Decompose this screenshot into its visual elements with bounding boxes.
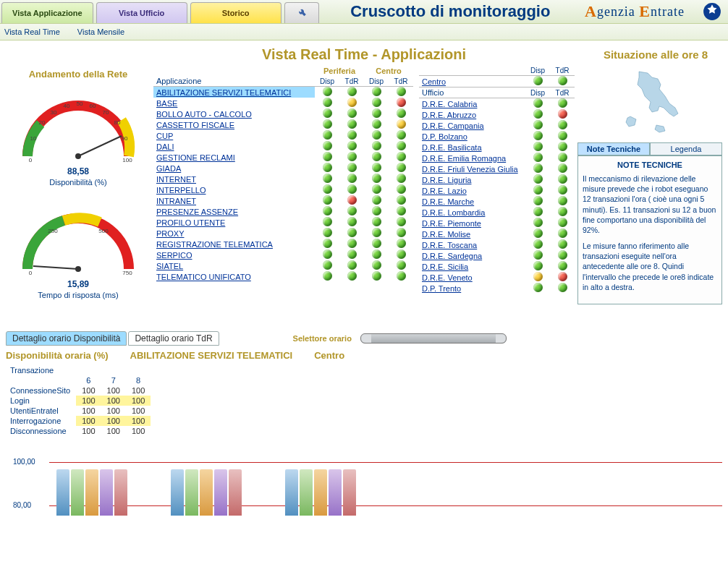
office-row[interactable]: D.R.E. Liguria bbox=[419, 174, 575, 185]
office-row[interactable]: D.R.E. Friuli Venezia Giulia bbox=[419, 163, 575, 174]
tab-storico[interactable]: Storico bbox=[190, 2, 282, 23]
office-link[interactable]: D.R.E. Veneto bbox=[422, 273, 473, 282]
office-link[interactable]: D.R.E. Calabria bbox=[422, 100, 477, 108]
tab-note-tecniche[interactable]: Note Tecniche bbox=[577, 142, 650, 155]
app-row[interactable]: GIADA bbox=[153, 163, 413, 174]
link-centro[interactable]: Centro bbox=[422, 77, 446, 86]
office-row[interactable]: D.R.E. Piemonte bbox=[419, 218, 575, 229]
app-link[interactable]: REGISTRAZIONE TELEMATICA bbox=[156, 240, 273, 249]
app-row[interactable]: BASE bbox=[153, 98, 413, 108]
office-row[interactable]: D.R.E. Sardegna bbox=[419, 250, 575, 261]
app-link[interactable]: INTRANET bbox=[156, 197, 196, 205]
office-link[interactable]: D.R.E. Basilicata bbox=[422, 143, 482, 152]
app-link[interactable]: ABILITAZIONE SERVIZI TELEMATICI bbox=[156, 88, 291, 97]
app-row[interactable]: SERPICO bbox=[153, 249, 413, 260]
app-link[interactable]: SERPICO bbox=[156, 251, 192, 260]
hourly-row: Disconnessione100100100 bbox=[6, 426, 151, 436]
status-dot bbox=[347, 271, 357, 281]
office-row[interactable]: D.R.E. Abruzzo bbox=[419, 109, 575, 120]
tab-vista-ufficio[interactable]: Vista Ufficio bbox=[96, 2, 187, 23]
app-row[interactable]: ABILITAZIONE SERVIZI TELEMATICI bbox=[153, 87, 413, 98]
status-dot bbox=[558, 142, 567, 151]
time-slider[interactable] bbox=[360, 333, 507, 343]
office-row[interactable]: D.R.E. Lombardia bbox=[419, 207, 575, 218]
app-row[interactable]: PROXY bbox=[153, 228, 413, 239]
app-row[interactable]: CUP bbox=[153, 130, 413, 141]
office-link[interactable]: D.R.E. Lazio bbox=[422, 187, 467, 195]
situation-label: Situazione alle ore 8 bbox=[583, 48, 728, 61]
office-row[interactable]: D.P. Bolzano bbox=[419, 131, 575, 142]
office-link[interactable]: D.R.E. Emilia Romagna bbox=[422, 154, 506, 163]
settings-button[interactable] bbox=[284, 2, 319, 23]
office-link[interactable]: D.R.E. Campania bbox=[422, 121, 484, 130]
subtab-real-time[interactable]: Vista Real Time bbox=[4, 27, 60, 36]
app-row[interactable]: TELEMATICO UNIFICATO bbox=[153, 271, 413, 282]
app-link[interactable]: BOLLO AUTO - CALCOLO bbox=[156, 110, 252, 119]
office-row[interactable]: D.R.E. Basilicata bbox=[419, 142, 575, 153]
app-row[interactable]: REGISTRAZIONE TELEMATICA bbox=[153, 239, 413, 249]
office-link[interactable]: D.R.E. Sicilia bbox=[422, 262, 468, 271]
office-row[interactable]: D.R.E. Molise bbox=[419, 229, 575, 239]
app-row[interactable]: CASSETTO FISCALE bbox=[153, 119, 413, 130]
app-row[interactable]: PRESENZE ASSENZE bbox=[153, 206, 413, 217]
office-link[interactable]: D.R.E. Abruzzo bbox=[422, 111, 476, 119]
office-row[interactable]: D.R.E. Sicilia bbox=[419, 261, 575, 272]
tab-legenda[interactable]: Legenda bbox=[650, 142, 722, 155]
office-link[interactable]: D.R.E. Liguria bbox=[422, 176, 471, 184]
app-row[interactable]: INTRANET bbox=[153, 195, 413, 206]
app-row[interactable]: GESTIONE RECLAMI bbox=[153, 152, 413, 163]
hourly-value: 100 bbox=[76, 426, 101, 436]
status-dot bbox=[347, 239, 357, 248]
status-dot bbox=[347, 260, 357, 270]
tab-dettaglio-tdr[interactable]: Dettaglio orario TdR bbox=[128, 331, 219, 346]
app-row[interactable]: INTERPELLO bbox=[153, 184, 413, 195]
app-link[interactable]: SIATEL bbox=[156, 262, 183, 270]
office-link[interactable]: D.R.E. Lombardia bbox=[422, 208, 485, 217]
app-link[interactable]: PROXY bbox=[156, 229, 185, 238]
svg-text:750: 750 bbox=[122, 270, 132, 276]
app-link[interactable]: BASE bbox=[156, 99, 177, 108]
gauge-rt-label: Tempo di risposta (ms) bbox=[6, 291, 151, 299]
office-row[interactable]: D.P. Trento bbox=[419, 283, 575, 294]
status-dot bbox=[347, 195, 357, 205]
office-link[interactable]: D.R.E. Sardegna bbox=[422, 252, 482, 260]
office-row[interactable]: D.R.E. Lazio bbox=[419, 185, 575, 196]
status-dot bbox=[372, 174, 381, 183]
office-link[interactable]: D.R.E. Marche bbox=[422, 197, 474, 206]
app-link[interactable]: DALI bbox=[156, 142, 174, 151]
app-row[interactable]: DALI bbox=[153, 141, 413, 152]
svg-text:90: 90 bbox=[122, 135, 128, 142]
app-link[interactable]: CUP bbox=[156, 132, 173, 140]
office-row[interactable]: D.R.E. Toscana bbox=[419, 239, 575, 250]
office-link[interactable]: D.R.E. Piemonte bbox=[422, 219, 481, 228]
app-link[interactable]: TELEMATICO UNIFICATO bbox=[156, 273, 251, 281]
office-row[interactable]: D.R.E. Marche bbox=[419, 196, 575, 207]
app-row[interactable]: SIATEL bbox=[153, 260, 413, 271]
office-link[interactable]: D.P. Trento bbox=[422, 284, 461, 293]
app-link[interactable]: PRESENZE ASSENZE bbox=[156, 208, 238, 216]
office-link[interactable]: D.R.E. Molise bbox=[422, 230, 470, 239]
app-row[interactable]: PROFILO UTENTE bbox=[153, 217, 413, 228]
hourly-row: ConnessioneSito100100100 bbox=[6, 385, 151, 396]
office-link[interactable]: D.R.E. Friuli Venezia Giulia bbox=[422, 165, 518, 174]
app-link[interactable]: CASSETTO FISCALE bbox=[156, 121, 234, 129]
office-row[interactable]: D.R.E. Calabria bbox=[419, 98, 575, 110]
office-row[interactable]: D.R.E. Campania bbox=[419, 120, 575, 131]
subtab-mensile[interactable]: Vista Mensile bbox=[77, 27, 124, 36]
office-row[interactable]: D.R.E. Emilia Romagna bbox=[419, 153, 575, 163]
office-link[interactable]: D.P. Bolzano bbox=[422, 132, 467, 141]
office-link[interactable]: D.R.E. Toscana bbox=[422, 241, 477, 249]
hourly-value: 100 bbox=[76, 406, 101, 416]
tab-dettaglio-disponibilita[interactable]: Dettaglio orario Disponibilità bbox=[6, 331, 127, 346]
app-row[interactable]: INTERNET bbox=[153, 174, 413, 184]
app-link[interactable]: INTERNET bbox=[156, 175, 196, 184]
tab-vista-applicazione[interactable]: Vista Applicazione bbox=[1, 2, 93, 23]
app-row[interactable]: BOLLO AUTO - CALCOLO bbox=[153, 108, 413, 119]
status-dot bbox=[323, 98, 332, 107]
app-link[interactable]: GIADA bbox=[156, 164, 181, 173]
status-dot bbox=[372, 271, 381, 281]
app-link[interactable]: PROFILO UTENTE bbox=[156, 218, 225, 227]
app-link[interactable]: INTERPELLO bbox=[156, 186, 206, 195]
office-row[interactable]: D.R.E. Veneto bbox=[419, 272, 575, 283]
app-link[interactable]: GESTIONE RECLAMI bbox=[156, 153, 235, 162]
